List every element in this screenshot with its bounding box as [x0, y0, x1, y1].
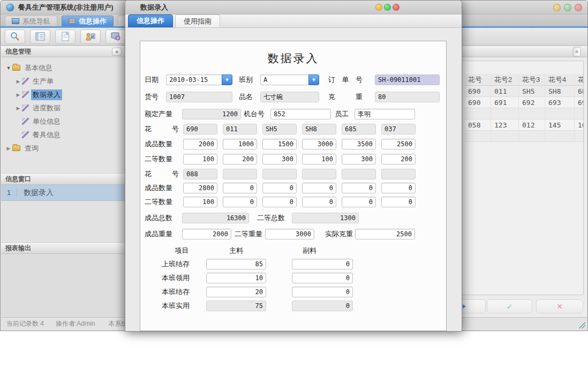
dialog-tab-info-ops[interactable]: 信息操作: [128, 14, 173, 27]
col-header: 花号3: [519, 74, 545, 85]
tree-item-query[interactable]: 查询: [1, 141, 125, 155]
document-button[interactable]: [55, 29, 76, 44]
table-row[interactable]: 690 011 SH5 SH8 68: [465, 86, 584, 97]
finished-qty-field[interactable]: 1000: [223, 139, 257, 149]
tree-item-basic-info[interactable]: 基本信息: [1, 61, 125, 74]
table-cell: 69: [575, 97, 584, 108]
dialog-maximize-button[interactable]: [384, 4, 391, 11]
close-button[interactable]: [575, 4, 582, 11]
chevron-down-icon[interactable]: ▼: [308, 74, 319, 85]
tree-item-production-order[interactable]: 生产单: [1, 74, 125, 88]
expander-down-icon[interactable]: [5, 65, 12, 71]
pane-collapse-up-button[interactable]: «: [573, 47, 581, 56]
shift-combobox[interactable]: A ▼: [260, 74, 319, 85]
finished-qty-field[interactable]: 0: [342, 183, 376, 193]
flower-label: 花号: [145, 169, 179, 179]
tab-system-nav[interactable]: 系统导航: [5, 16, 57, 26]
seconds-qty-field[interactable]: 300: [342, 154, 376, 164]
machine-field[interactable]: 852: [270, 109, 331, 119]
materials-main-field[interactable]: 20: [206, 287, 266, 297]
date-combobox[interactable]: 2010-03-15 ▼: [166, 74, 232, 85]
seconds-qty-field[interactable]: 300: [262, 154, 297, 164]
finished-weight-field[interactable]: 2000: [182, 229, 231, 239]
materials-aux-field[interactable]: 0: [292, 273, 353, 283]
seconds-qty-field[interactable]: 0: [302, 197, 336, 207]
finished-qty-field[interactable]: 2800: [183, 183, 217, 193]
item-number-field: 1007: [166, 92, 232, 102]
seconds-qty-field[interactable]: 0: [223, 197, 257, 207]
seconds-qty-field[interactable]: 0: [381, 197, 416, 207]
finished-qty-field[interactable]: 2500: [381, 139, 416, 149]
monitor-button[interactable]: [105, 29, 126, 44]
staff-field[interactable]: 李明: [355, 109, 415, 119]
dialog-tab-user-guide[interactable]: 使用指南: [175, 14, 220, 27]
list-view-button[interactable]: [30, 29, 50, 44]
expander-right-icon[interactable]: [15, 106, 21, 111]
date-value[interactable]: 2010-03-15: [166, 74, 222, 85]
finished-qty-field[interactable]: 3500: [342, 139, 376, 149]
tree-item-data-entry[interactable]: 数据录入: [1, 88, 125, 101]
seconds-qty-field[interactable]: 200: [381, 154, 416, 164]
minimize-button[interactable]: [553, 4, 561, 11]
tree-item-tableware-info[interactable]: 餐具信息: [1, 128, 125, 141]
dialog-minimize-button[interactable]: [375, 4, 382, 11]
operator-label: 操作者:Admin: [56, 319, 95, 328]
finished-qty-field[interactable]: 3000: [302, 139, 336, 149]
seconds-qty-field[interactable]: 0: [342, 197, 376, 207]
wand-icon: [22, 91, 29, 98]
table-row[interactable]: [465, 108, 584, 119]
seconds-qty-field[interactable]: 100: [302, 154, 336, 164]
finished-qty-field[interactable]: 0: [223, 183, 257, 193]
seconds-qty-field[interactable]: 100: [183, 197, 217, 207]
finished-qty-field[interactable]: 0: [262, 183, 297, 193]
table-row[interactable]: [465, 131, 584, 142]
dialog-close-button[interactable]: [393, 4, 399, 11]
shift-value[interactable]: A: [260, 74, 308, 85]
sidebar-collapse-button[interactable]: «: [112, 48, 122, 56]
tree-item-progress-data[interactable]: 进度数据: [1, 101, 125, 115]
flower-code-field: [342, 169, 376, 179]
dialog-titlebar: 数据录入: [125, 1, 462, 14]
materials-main-field[interactable]: 85: [206, 259, 266, 269]
x-icon: ✕: [556, 302, 563, 311]
table-row[interactable]: 690 691 692 693 69: [465, 97, 584, 108]
maximize-button[interactable]: [564, 4, 571, 11]
col-header: 花号2: [491, 74, 519, 85]
finished-qty-field[interactable]: 0: [302, 183, 336, 193]
cancel-button[interactable]: ✕: [536, 299, 583, 313]
seconds-weight-field[interactable]: 3000: [265, 229, 314, 239]
machine-label: 机台号: [244, 109, 269, 119]
panel-header-report-output: 报表输出: [1, 242, 125, 254]
confirm-button[interactable]: ✓: [487, 299, 532, 313]
materials-main-field[interactable]: 10: [206, 273, 266, 283]
flower-code-table: 花号 花号2 花号3 花号4 花 690 011 SH5 SH8 68 690 …: [465, 74, 584, 142]
materials-aux-field[interactable]: 0: [292, 287, 353, 297]
materials-col-aux: 副料: [292, 246, 353, 256]
table-cell: SH8: [545, 86, 575, 96]
tree-item-unit-info[interactable]: 单位信息: [1, 115, 125, 128]
seconds-qty-field[interactable]: 100: [183, 154, 217, 164]
expander-right-icon[interactable]: [5, 146, 12, 151]
finished-qty-field[interactable]: 2000: [183, 139, 217, 149]
materials-aux-field[interactable]: 0: [292, 259, 353, 269]
table-cell: [545, 131, 575, 141]
expander-right-icon[interactable]: [15, 79, 21, 84]
resize-grip[interactable]: [579, 322, 585, 328]
tab-info-ops[interactable]: 信息操作: [62, 16, 114, 26]
info-window-row-data-entry[interactable]: 1 数据录入: [1, 185, 125, 201]
seconds-qty-field[interactable]: 200: [223, 154, 257, 164]
actual-gram-field[interactable]: 2500: [355, 229, 415, 239]
materials-row-received: 本班领用 10 0: [145, 273, 442, 283]
user-report-button[interactable]: [80, 29, 101, 44]
table-row[interactable]: 058 123 012 145 10: [465, 119, 584, 131]
flower-code-field: 088: [183, 169, 217, 179]
form-heading: 数据录入: [145, 51, 442, 66]
flower-code-field: 685: [342, 124, 376, 134]
finished-qty-field[interactable]: 1500: [262, 139, 297, 149]
expander-right-icon[interactable]: [15, 92, 21, 98]
finished-qty-field[interactable]: 0: [381, 183, 416, 193]
seconds-qty-field[interactable]: 0: [262, 197, 297, 207]
chevron-down-icon[interactable]: ▼: [222, 74, 232, 85]
form-row-item: 货号 1007 品名 七寸碗 克重 80: [145, 92, 442, 102]
search-button[interactable]: [5, 29, 25, 44]
